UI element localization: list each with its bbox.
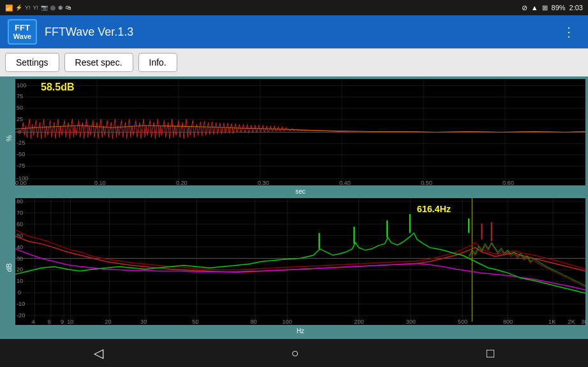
fft-chart-wrap: 80 70 60 50 40 30 20 10 0 -10 -20 bbox=[15, 198, 585, 336]
svg-text:0.10: 0.10 bbox=[94, 180, 106, 185]
svg-text:-20: -20 bbox=[17, 312, 25, 319]
svg-text:70: 70 bbox=[17, 210, 23, 216]
no-sim-icon: ⊘ bbox=[522, 4, 527, 12]
svg-text:500: 500 bbox=[458, 319, 467, 325]
waveform-container: % 58.5dB bbox=[3, 79, 585, 197]
status-icon6: 🛍 bbox=[66, 4, 71, 11]
svg-text:25: 25 bbox=[17, 116, 23, 122]
svg-text:75: 75 bbox=[17, 93, 23, 99]
svg-text:0.60: 0.60 bbox=[503, 180, 514, 185]
app-icon-fft: FFT bbox=[15, 24, 30, 32]
recent-button[interactable]: □ bbox=[479, 343, 502, 363]
svg-text:0.50: 0.50 bbox=[421, 180, 432, 185]
svg-text:40: 40 bbox=[17, 244, 23, 250]
fft-xlabel-text: Hz bbox=[297, 327, 304, 335]
home-button[interactable]: ○ bbox=[283, 343, 306, 363]
battery-label: 89% bbox=[552, 4, 566, 11]
svg-text:-50: -50 bbox=[17, 151, 25, 157]
svg-text:-75: -75 bbox=[17, 162, 25, 169]
nav-bar: ◁ ○ □ bbox=[0, 339, 588, 367]
svg-text:50: 50 bbox=[192, 319, 198, 325]
svg-text:1K: 1K bbox=[548, 319, 555, 325]
svg-text:100: 100 bbox=[17, 82, 26, 88]
status-icon5: ⊕ bbox=[58, 4, 63, 11]
svg-text:20: 20 bbox=[105, 319, 111, 325]
signal-icon: ⊞ bbox=[542, 4, 548, 12]
info-button[interactable]: Info. bbox=[138, 53, 177, 72]
waveform-xlabel: sec bbox=[15, 185, 585, 197]
menu-button[interactable]: ⋮ bbox=[557, 22, 580, 42]
settings-button[interactable]: Settings bbox=[5, 53, 59, 72]
fft-ylabel: dB bbox=[3, 198, 15, 336]
svg-text:60: 60 bbox=[17, 221, 23, 227]
status-right: ⊘ ▲ ⊞ 89% 2:03 bbox=[522, 4, 583, 12]
yahoo-icon2: Y! bbox=[33, 4, 39, 11]
app-icon: FFT Wave bbox=[8, 19, 37, 45]
waveform-xlabel-text: sec bbox=[295, 188, 305, 195]
status-icon3: 📷 bbox=[41, 4, 48, 11]
svg-text:100: 100 bbox=[283, 319, 292, 325]
svg-text:30: 30 bbox=[17, 255, 23, 262]
svg-text:10: 10 bbox=[17, 278, 23, 284]
time-label: 2:03 bbox=[570, 4, 583, 11]
svg-text:800: 800 bbox=[503, 319, 513, 325]
charts-area: % 58.5dB bbox=[0, 76, 588, 339]
app-title: FFTWave Ver.1.3 bbox=[45, 25, 557, 39]
status-bar: 📶 ⚡ Y! Y! 📷 ◎ ⊕ 🛍 ⊘ ▲ ⊞ 89% 2:03 bbox=[0, 0, 588, 15]
fft-xlabel: Hz bbox=[15, 325, 585, 336]
waveform-ylabel: % bbox=[3, 79, 15, 197]
svg-text:30: 30 bbox=[140, 319, 147, 325]
yahoo-icon1: Y! bbox=[25, 4, 31, 11]
svg-text:80: 80 bbox=[251, 319, 257, 325]
back-button[interactable]: ◁ bbox=[86, 343, 111, 363]
wifi-strength-icon: ▲ bbox=[531, 4, 538, 11]
svg-text:2K: 2K bbox=[568, 319, 575, 325]
svg-text:20: 20 bbox=[17, 267, 23, 273]
svg-text:0.40: 0.40 bbox=[339, 180, 351, 185]
svg-text:0.30: 0.30 bbox=[258, 180, 269, 185]
svg-text:300: 300 bbox=[406, 319, 416, 325]
svg-text:6: 6 bbox=[48, 319, 51, 325]
wifi-icon: ⚡ bbox=[15, 4, 22, 11]
svg-text:10: 10 bbox=[67, 319, 73, 325]
fft-svg: 80 70 60 50 40 30 20 10 0 -10 -20 bbox=[15, 198, 585, 325]
toolbar: Settings Reset spec. Info. bbox=[0, 48, 588, 76]
svg-text:80: 80 bbox=[17, 198, 23, 205]
svg-text:0.20: 0.20 bbox=[176, 180, 187, 185]
svg-text:-25: -25 bbox=[17, 140, 25, 146]
reset-spec-button[interactable]: Reset spec. bbox=[64, 53, 133, 72]
waveform-canvas[interactable]: 58.5dB bbox=[15, 79, 585, 185]
waveform-chart-wrap: 58.5dB bbox=[15, 79, 585, 197]
fft-canvas[interactable]: 80 70 60 50 40 30 20 10 0 -10 -20 bbox=[15, 198, 585, 325]
svg-text:0: 0 bbox=[18, 289, 21, 296]
svg-text:50: 50 bbox=[17, 104, 23, 111]
svg-text:616.4Hz: 616.4Hz bbox=[417, 204, 451, 214]
svg-text:200: 200 bbox=[354, 319, 364, 325]
svg-text:3K: 3K bbox=[581, 319, 585, 325]
svg-text:0.00: 0.00 bbox=[15, 180, 27, 185]
fft-ylabel-text: dB bbox=[5, 263, 13, 271]
status-left-icons: 📶 ⚡ Y! Y! 📷 ◎ ⊕ 🛍 bbox=[5, 4, 71, 11]
svg-text:-10: -10 bbox=[17, 301, 25, 307]
status-icon4: ◎ bbox=[50, 4, 55, 11]
app-icon-wave: Wave bbox=[13, 32, 31, 40]
svg-text:9: 9 bbox=[61, 319, 64, 325]
waveform-ylabel-text: % bbox=[5, 135, 13, 141]
title-bar: FFT Wave FFTWave Ver.1.3 ⋮ bbox=[0, 15, 588, 48]
fft-container: dB 80 70 bbox=[3, 198, 585, 336]
notification-icon: 📶 bbox=[5, 4, 13, 11]
svg-text:4: 4 bbox=[31, 319, 34, 325]
waveform-svg: 100 75 50 25 0 -25 -50 -75 -100 0.00 0.1… bbox=[15, 79, 585, 185]
